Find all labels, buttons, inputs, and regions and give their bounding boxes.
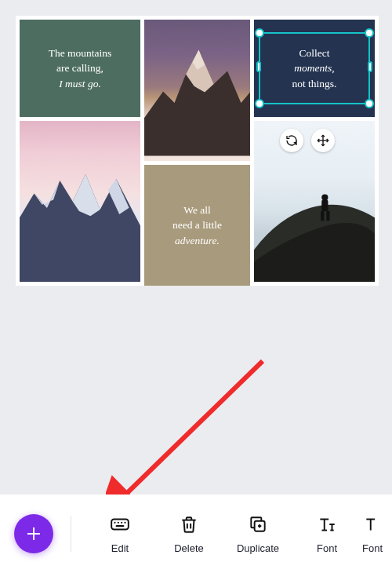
- tool-duplicate[interactable]: Duplicate: [223, 514, 292, 554]
- resize-handle-mr[interactable]: [368, 61, 372, 72]
- tool-edit[interactable]: Edit: [85, 514, 154, 554]
- selection-floating-actions: [280, 129, 335, 152]
- text-line: Collect: [292, 46, 336, 61]
- tool-label: Duplicate: [237, 542, 279, 554]
- toolbar-divider: [71, 516, 71, 552]
- svg-line-11: [122, 361, 263, 498]
- svg-rect-9: [321, 211, 324, 221]
- text-line: I must go.: [49, 76, 112, 92]
- card-text-adventure[interactable]: We all need a little adventure.: [144, 165, 250, 286]
- svg-rect-8: [321, 200, 328, 211]
- card-text-mountains[interactable]: The mountains are calling, I must go.: [20, 20, 140, 117]
- tool-font-overflow[interactable]: Font: [361, 514, 385, 554]
- font-icon: [363, 514, 383, 535]
- font-icon: [317, 514, 337, 535]
- resize-handle-bl[interactable]: [255, 99, 264, 108]
- resize-handle-tr[interactable]: [365, 28, 374, 38]
- text-line: We all: [172, 203, 222, 218]
- card-image-mountain-peak[interactable]: [144, 20, 250, 161]
- svg-point-7: [321, 194, 328, 200]
- text-content: The mountains are calling, I must go.: [49, 46, 112, 92]
- annotation-arrow: [106, 353, 270, 510]
- toolbar-tools: Edit Delete Duplicate: [85, 514, 392, 554]
- rotate-button[interactable]: [280, 129, 303, 152]
- move-icon: [317, 134, 329, 147]
- text-line: are calling,: [49, 60, 112, 76]
- text-line: need a little: [172, 217, 222, 233]
- tool-font[interactable]: Font: [292, 514, 361, 554]
- tool-label: Edit: [111, 542, 129, 554]
- text-content: Collect moments, not things.: [292, 46, 336, 92]
- svg-rect-14: [111, 519, 129, 529]
- text-line: adventure.: [172, 233, 222, 249]
- tool-label: Font: [317, 542, 337, 554]
- card-image-snowy-mountain[interactable]: [20, 121, 140, 282]
- plus-icon: [24, 524, 43, 543]
- text-line: moments,: [292, 60, 336, 76]
- resize-handle-tl[interactable]: [255, 28, 264, 38]
- card-column-middle: We all need a little adventure.: [144, 20, 250, 282]
- card-text-collect-selected[interactable]: Collect moments, not things.: [254, 20, 375, 117]
- keyboard-icon: [110, 514, 130, 535]
- add-button[interactable]: [14, 514, 53, 553]
- move-button[interactable]: [311, 129, 335, 152]
- text-line: not things.: [292, 76, 336, 92]
- tool-label: Font: [362, 542, 384, 554]
- duplicate-icon: [248, 514, 268, 535]
- bottom-toolbar: Edit Delete Duplicate: [0, 495, 392, 573]
- text-content: We all need a little adventure.: [172, 203, 222, 249]
- resize-handle-ml[interactable]: [256, 61, 261, 72]
- resize-handle-br[interactable]: [365, 99, 374, 108]
- tool-label: Delete: [174, 542, 204, 554]
- tool-delete[interactable]: Delete: [154, 514, 223, 554]
- trash-icon: [179, 514, 199, 535]
- svg-rect-10: [326, 211, 329, 221]
- text-line: The mountains: [49, 46, 112, 61]
- rotate-icon: [285, 134, 298, 147]
